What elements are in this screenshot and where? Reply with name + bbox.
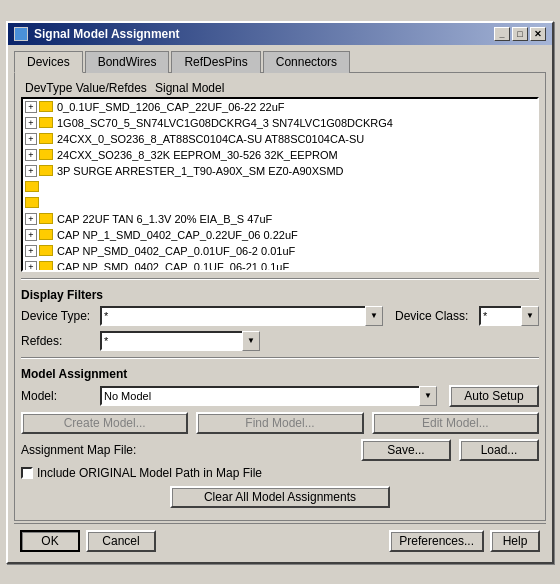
item-text: 0_0.1UF_SMD_1206_CAP_22UF_06-22 22uF bbox=[57, 101, 284, 113]
list-item[interactable]: + CAP NP_SMD_0402_CAP_0.01UF_06-2 0.01uF bbox=[23, 243, 537, 259]
clear-all-row: Clear All Model Assignments bbox=[21, 486, 539, 508]
folder-icon bbox=[25, 197, 39, 208]
list-item[interactable]: + 24CXX_0_SO236_8_AT88SC0104CA-SU AT88SC… bbox=[23, 131, 537, 147]
list-item[interactable]: + 0_0.1UF_SMD_1206_CAP_22UF_06-22 22uF bbox=[23, 99, 537, 115]
device-type-row: Device Type: * ▼ Device Class: * ▼ bbox=[21, 306, 539, 326]
divider-1 bbox=[21, 278, 539, 280]
folder-icon bbox=[39, 117, 53, 128]
map-file-row: Assignment Map File: Save... Load... bbox=[21, 439, 539, 461]
list-item[interactable]: + CAP NP_1_SMD_0402_CAP_0.22UF_06 0.22uF bbox=[23, 227, 537, 243]
folder-icon bbox=[39, 149, 53, 160]
model-select[interactable]: No Model bbox=[100, 386, 437, 406]
bottom-bar: OK Cancel Preferences... Help bbox=[14, 523, 546, 556]
folder-icon bbox=[39, 261, 53, 272]
tab-devices[interactable]: Devices bbox=[14, 51, 83, 73]
device-class-select[interactable]: * bbox=[479, 306, 539, 326]
include-original-label: Include ORIGINAL Model Path in Map File bbox=[37, 466, 262, 480]
create-model-button[interactable]: Create Model... bbox=[21, 412, 188, 434]
item-text: CAP NP_1_SMD_0402_CAP_0.22UF_06 0.22uF bbox=[57, 229, 298, 241]
ok-button[interactable]: OK bbox=[20, 530, 80, 552]
list-item[interactable]: + CAP 22UF TAN 6_1.3V 20% EIA_B_S 47uF bbox=[23, 211, 537, 227]
tab-content: DevType Value/Refdes Signal Model + 0_0.… bbox=[14, 72, 546, 521]
display-filters-label: Display Filters bbox=[21, 288, 539, 302]
divider-2 bbox=[21, 357, 539, 359]
col-signal-header: Signal Model bbox=[155, 81, 535, 95]
folder-icon bbox=[39, 101, 53, 112]
device-type-select-wrapper: * ▼ bbox=[100, 306, 383, 326]
map-file-label: Assignment Map File: bbox=[21, 443, 136, 457]
folder-icon bbox=[39, 245, 53, 256]
minimize-button[interactable]: _ bbox=[494, 27, 510, 41]
preferences-button[interactable]: Preferences... bbox=[389, 530, 484, 552]
device-class-select-wrapper: * ▼ bbox=[479, 306, 539, 326]
find-model-button[interactable]: Find Model... bbox=[196, 412, 363, 434]
bottom-right-buttons: Preferences... Help bbox=[389, 530, 540, 552]
title-buttons: _ □ ✕ bbox=[494, 27, 546, 41]
model-label: Model: bbox=[21, 389, 96, 403]
model-assignment-label: Model Assignment bbox=[21, 367, 539, 381]
help-button[interactable]: Help bbox=[490, 530, 540, 552]
clear-all-button[interactable]: Clear All Model Assignments bbox=[170, 486, 390, 508]
load-button[interactable]: Load... bbox=[459, 439, 539, 461]
model-actions-row: Create Model... Find Model... Edit Model… bbox=[21, 412, 539, 434]
folder-icon bbox=[25, 181, 39, 192]
model-row: Model: No Model ▼ Auto Setup bbox=[21, 385, 539, 407]
device-list[interactable]: + 0_0.1UF_SMD_1206_CAP_22UF_06-22 22uF +… bbox=[21, 97, 539, 272]
device-type-label: Device Type: bbox=[21, 309, 96, 323]
list-item[interactable]: + 1G08_SC70_5_SN74LVC1G08DCKRG4_3 SN74LV… bbox=[23, 115, 537, 131]
list-item[interactable]: + CAP NP_SMD_0402_CAP_0.1UF_06-21 0.1uF bbox=[23, 259, 537, 272]
edit-model-button[interactable]: Edit Model... bbox=[372, 412, 539, 434]
folder-icon bbox=[39, 229, 53, 240]
item-text: 24CXX_0_SO236_8_AT88SC0104CA-SU AT88SC01… bbox=[57, 133, 364, 145]
app-icon bbox=[14, 27, 28, 41]
expand-icon[interactable]: + bbox=[25, 133, 37, 145]
expand-icon[interactable]: + bbox=[25, 229, 37, 241]
item-text: 3P SURGE ARRESTER_1_T90-A90X_SM EZ0-A90X… bbox=[57, 165, 344, 177]
item-text: 1G08_SC70_5_SN74LVC1G08DCKRG4_3 SN74LVC1… bbox=[57, 117, 393, 129]
main-window: Signal Model Assignment _ □ ✕ Devices Bo… bbox=[6, 21, 554, 564]
item-text: CAP 22UF TAN 6_1.3V 20% EIA_B_S 47uF bbox=[57, 213, 272, 225]
tab-connectors[interactable]: Connectors bbox=[263, 51, 350, 73]
item-text: 24CXX_SO236_8_32K EEPROM_30-526 32K_EEPR… bbox=[57, 149, 338, 161]
folder-icon bbox=[39, 213, 53, 224]
include-original-checkbox[interactable] bbox=[21, 467, 33, 479]
maximize-button[interactable]: □ bbox=[512, 27, 528, 41]
list-item[interactable]: + 24CXX_SO236_8_32K EEPROM_30-526 32K_EE… bbox=[23, 147, 537, 163]
column-headers: DevType Value/Refdes Signal Model bbox=[21, 79, 539, 97]
cancel-button[interactable]: Cancel bbox=[86, 530, 156, 552]
bottom-left-buttons: OK Cancel bbox=[20, 530, 156, 552]
tab-bondwires[interactable]: BondWires bbox=[85, 51, 170, 73]
item-text: CAP NP_SMD_0402_CAP_0.1UF_06-21 0.1uF bbox=[57, 261, 289, 272]
expand-icon[interactable]: + bbox=[25, 117, 37, 129]
expand-icon[interactable]: + bbox=[25, 101, 37, 113]
list-item[interactable]: + 3P SURGE ARRESTER_1_T90-A90X_SM EZ0-A9… bbox=[23, 163, 537, 179]
expand-icon[interactable]: + bbox=[25, 165, 37, 177]
model-select-wrapper: No Model ▼ bbox=[100, 386, 437, 406]
tab-refdespin[interactable]: RefDesPins bbox=[171, 51, 260, 73]
list-item bbox=[23, 179, 537, 195]
title-bar: Signal Model Assignment _ □ ✕ bbox=[8, 23, 552, 45]
item-text: CAP NP_SMD_0402_CAP_0.01UF_06-2 0.01uF bbox=[57, 245, 295, 257]
close-button[interactable]: ✕ bbox=[530, 27, 546, 41]
expand-icon[interactable]: + bbox=[25, 245, 37, 257]
refdes-label: Refdes: bbox=[21, 334, 96, 348]
expand-icon[interactable]: + bbox=[25, 213, 37, 225]
window-body: Devices BondWires RefDesPins Connectors … bbox=[8, 45, 552, 562]
list-item bbox=[23, 195, 537, 211]
expand-icon[interactable]: + bbox=[25, 261, 37, 272]
refdes-select-wrapper: * ▼ bbox=[100, 331, 260, 351]
include-original-row: Include ORIGINAL Model Path in Map File bbox=[21, 466, 539, 480]
folder-icon bbox=[39, 133, 53, 144]
folder-icon bbox=[39, 165, 53, 176]
refdes-select[interactable]: * bbox=[100, 331, 260, 351]
expand-icon[interactable]: + bbox=[25, 149, 37, 161]
save-button[interactable]: Save... bbox=[361, 439, 451, 461]
tab-bar: Devices BondWires RefDesPins Connectors bbox=[14, 51, 546, 73]
auto-setup-button[interactable]: Auto Setup bbox=[449, 385, 539, 407]
col-devtype-header: DevType Value/Refdes bbox=[25, 81, 155, 95]
device-type-select[interactable]: * bbox=[100, 306, 383, 326]
device-class-label: Device Class: bbox=[395, 309, 475, 323]
window-title: Signal Model Assignment bbox=[34, 27, 180, 41]
refdes-row: Refdes: * ▼ bbox=[21, 331, 539, 351]
